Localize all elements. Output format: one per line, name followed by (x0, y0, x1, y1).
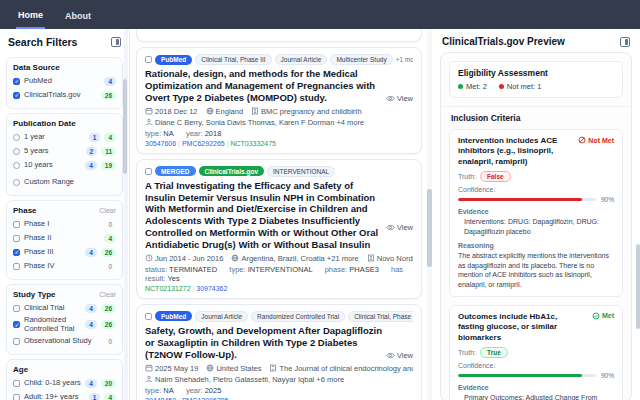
more-tags-label[interactable]: +1 more (396, 56, 413, 63)
pmcid-link[interactable]: PMC12096385 (182, 397, 229, 400)
filter-phase-1[interactable]: Phase I 0 (13, 218, 116, 230)
preview-scrollbar-thumb[interactable] (636, 244, 640, 329)
view-button[interactable]: View (386, 223, 413, 232)
radio-icon[interactable] (13, 148, 20, 155)
source-badge-merged: MERGED (155, 166, 196, 176)
reasoning-label: Reasoning (458, 242, 614, 249)
view-button[interactable]: View (386, 351, 413, 360)
preview-scrollbar[interactable] (636, 29, 640, 400)
count-badge: 19 (101, 161, 116, 170)
radio-icon[interactable] (13, 134, 20, 141)
checkbox-icon[interactable] (13, 235, 20, 242)
count-badge: 4 (104, 393, 116, 400)
building-icon (251, 107, 259, 115)
clear-phase-link[interactable]: Clear (99, 207, 116, 214)
clear-study-type-link[interactable]: Clear (99, 291, 116, 298)
result-title[interactable]: Safety, Growth, and Development After Da… (145, 325, 413, 361)
checkbox-checked-icon[interactable] (13, 321, 20, 328)
eye-icon (386, 223, 395, 232)
sidebar-scrollbar[interactable] (124, 29, 128, 400)
count-badge: 0 (104, 337, 116, 346)
count-badge: 4 (104, 133, 116, 142)
checkbox-checked-icon[interactable] (13, 249, 20, 256)
checkbox-icon[interactable] (13, 221, 20, 228)
filter-custom-range[interactable]: Custom Range (13, 176, 116, 188)
filter-phase-3[interactable]: Phase III 4 26 (13, 246, 116, 258)
filter-section-data-source: Data Source PubMed 4 ClinicalTrials.gov … (6, 57, 123, 109)
not-met-dot-icon (499, 84, 504, 89)
filter-pubmed[interactable]: PubMed 4 (13, 75, 116, 87)
checkbox-icon[interactable] (13, 305, 20, 312)
truth-value: False (480, 171, 511, 182)
filter-age-child[interactable]: Child: 0-18 years 4 20 (13, 377, 116, 389)
filter-clinical-trial[interactable]: Clinical Trial 4 26 (13, 302, 116, 314)
count-badge: 4 (104, 234, 116, 243)
journal-meta: The Journal of clinical endocrinology an… (269, 364, 413, 373)
filter-rct[interactable]: Randomized Controlled Trial 4 26 (13, 316, 116, 333)
confidence-label: Confidence: (458, 186, 614, 193)
count-badge: 0 (104, 262, 116, 271)
count-badge: 4 (104, 77, 116, 86)
filters-title: Search Filters (8, 36, 77, 48)
filter-phase-2[interactable]: Phase II 4 (13, 232, 116, 244)
result-title[interactable]: A Trial Investigating the Efficacy and S… (145, 180, 413, 251)
collapse-sidebar-icon[interactable] (111, 37, 121, 47)
filter-observational[interactable]: Observational Study 0 (13, 335, 116, 347)
radio-icon[interactable] (13, 162, 20, 169)
filter-1-year[interactable]: 1 year 1 4 (13, 131, 116, 143)
result-title[interactable]: Rationale, design, and methods for the M… (145, 68, 413, 104)
pmid-link[interactable]: 30974362 (196, 285, 227, 292)
filter-age-adult[interactable]: Adult: 19+ years 1 4 (13, 391, 116, 400)
tag: Multicenter Study (330, 54, 392, 65)
checkbox-icon[interactable] (13, 380, 20, 387)
sidebar-scrollbar-thumb[interactable] (123, 79, 127, 174)
checkbox-checked-icon[interactable] (13, 92, 20, 99)
criterion-card[interactable]: Met Outcomes include HbA1c, fasting gluc… (449, 305, 623, 400)
nav-home[interactable]: Home (16, 1, 45, 29)
nav-about[interactable]: About (63, 2, 93, 28)
checkbox-icon[interactable] (13, 338, 20, 345)
filter-section-phase: Phase Clear Phase I 0 Phase II 4 Phase I… (6, 200, 123, 280)
confidence-fill (458, 198, 582, 201)
globe-icon (206, 107, 214, 115)
collapse-preview-icon[interactable] (620, 37, 630, 47)
result-card[interactable]: PubMed Journal Article Randomized Contro… (136, 304, 422, 400)
met-badge: Met (592, 312, 614, 320)
pmid-link[interactable]: 39448450 (145, 397, 176, 400)
met-dot-icon (458, 84, 463, 89)
globe-icon (231, 254, 239, 262)
result-card-partial[interactable] (136, 29, 422, 42)
filter-clinicaltrials[interactable]: ClinicalTrials.gov 26 (13, 89, 116, 101)
eye-icon (386, 351, 395, 360)
checkbox-icon[interactable] (13, 394, 20, 400)
nct-link[interactable]: NCT03332475 (230, 140, 276, 147)
nct-link[interactable]: NCT02131272 (145, 285, 191, 292)
result-card[interactable]: PubMed Clinical Trial, Phase III Journal… (136, 47, 422, 154)
app-body: Search Filters Data Source PubMed 4 Clin… (0, 29, 640, 400)
criterion-card[interactable]: Not Met Intervention includes ACE inhibi… (449, 129, 623, 297)
evidence-text: Primary Outcomes: Adjusted Change From B… (464, 393, 614, 400)
confidence-percent: 90% (601, 196, 614, 203)
authors-meta: Diane C Berry, Sonia Davis Thomas, Karen… (145, 118, 364, 127)
id-links: NCT02131272 | 30974362 (145, 285, 413, 292)
count-badge: 4 (85, 161, 97, 170)
filter-5-years[interactable]: 5 years 2 11 (13, 145, 116, 157)
select-result-checkbox[interactable] (145, 56, 152, 63)
view-button[interactable]: View (386, 94, 413, 103)
select-result-checkbox[interactable] (145, 168, 152, 175)
circle-slash-icon (578, 136, 586, 144)
pmcid-link[interactable]: PMC6292265 (182, 140, 225, 147)
checkbox-icon[interactable] (13, 263, 20, 270)
tag: Journal Article (275, 54, 328, 65)
pmid-link[interactable]: 30547606 (145, 140, 176, 147)
filter-phase-4[interactable]: Phase IV 0 (13, 260, 116, 272)
truth-label: Truth: (458, 349, 476, 356)
source-badge-pubmed: PubMed (155, 55, 192, 65)
radio-icon[interactable] (13, 179, 20, 186)
result-card[interactable]: MERGED ClinicalTrials.gov INTERVENTIONAL… (136, 159, 422, 299)
filter-10-years[interactable]: 10 years 4 19 (13, 159, 116, 171)
preview-body: Eligibility Assessment Met: 2 Not met: 1… (440, 52, 632, 400)
select-result-checkbox[interactable] (145, 313, 152, 320)
filters-sidebar: Search Filters Data Source PubMed 4 Clin… (0, 29, 130, 400)
checkbox-checked-icon[interactable] (13, 78, 20, 85)
